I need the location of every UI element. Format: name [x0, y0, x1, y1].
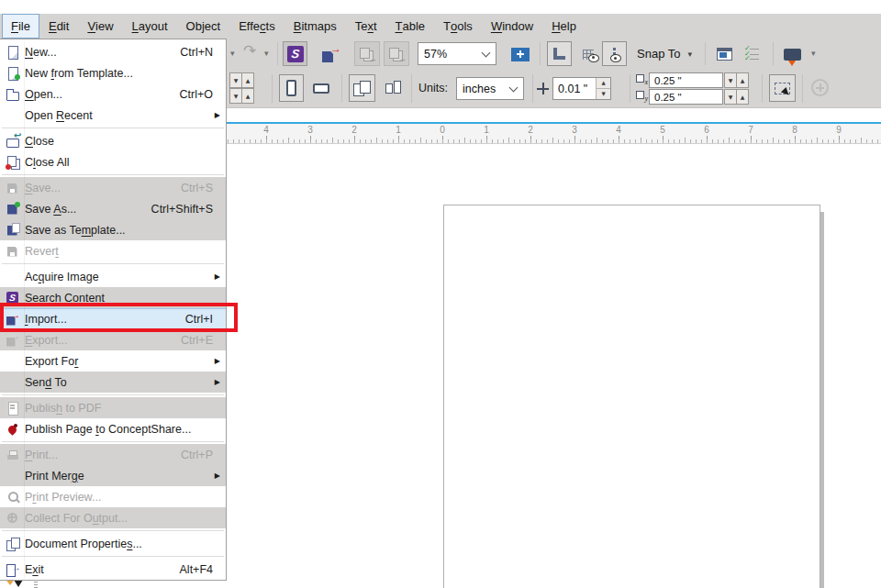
duplicate-distance-y-field[interactable]: 0.25 " — [649, 89, 723, 105]
nudge-spin-up[interactable]: ▲ — [597, 78, 610, 89]
units-dropdown-arrow-icon[interactable] — [509, 83, 519, 92]
ruler-number: 5 — [660, 125, 665, 135]
duplicate-x-spin-up[interactable]: ▲ — [736, 72, 749, 88]
grid-icon — [583, 50, 594, 60]
redo-button[interactable] — [243, 43, 256, 59]
menu-item-print-merge[interactable]: Print Merge — [0, 465, 226, 486]
duplicate-y-spin-up[interactable]: ▲ — [736, 89, 749, 105]
menu-item-open-recent[interactable]: Open Recent — [0, 105, 226, 126]
ruler-tick — [354, 136, 355, 143]
menu-item-label: Export... — [25, 334, 68, 347]
zoom-level-combobox[interactable]: 57% — [418, 42, 496, 65]
menu-item-new-from-template[interactable]: New from Template... — [0, 62, 226, 83]
page-width-spin-down[interactable]: ▼ — [229, 72, 242, 88]
menubar-item-help[interactable]: Help — [542, 14, 585, 39]
menu-item-label: Publish to PDF — [25, 402, 101, 415]
page-width-spin-up[interactable]: ▲ — [241, 72, 254, 88]
ruler-tick — [729, 138, 730, 143]
ruler-number: 1 — [484, 125, 489, 135]
menubar-item-window[interactable]: Window — [482, 14, 542, 39]
menu-item-label: Acquire Image — [25, 271, 99, 283]
customize-button[interactable] — [740, 43, 764, 65]
toolbar-separator — [532, 74, 533, 103]
app-window: FileEditViewLayoutObjectEffectsBitmapsTe… — [0, 0, 881, 588]
show-rulers-button[interactable] — [547, 41, 572, 66]
corel-connect-button[interactable] — [283, 41, 307, 66]
save-icon — [6, 181, 20, 195]
menubar-item-file[interactable]: File — [2, 14, 39, 39]
undo-dropdown-arrow[interactable] — [230, 50, 235, 58]
portrait-button[interactable] — [279, 74, 304, 102]
menu-item-save-as[interactable]: Save As...Ctrl+Shift+S — [0, 198, 226, 219]
menu-item-publish-page-to-conceptshare[interactable]: Publish Page to ConceptShare... — [0, 418, 226, 439]
page-height-spin-up[interactable]: ▲ — [241, 88, 254, 104]
full-screen-preview-button[interactable] — [508, 43, 532, 65]
menu-item-close[interactable]: Close — [0, 130, 226, 151]
menubar-item-table[interactable]: Table — [386, 14, 435, 39]
ruler-tick — [641, 138, 641, 143]
duplicate-x-spin-down[interactable]: ▼ — [724, 72, 737, 88]
application-launcher-button[interactable] — [780, 43, 804, 65]
menu-item-acquire-image[interactable]: Acquire Image — [0, 266, 226, 287]
ruler-tick — [552, 138, 553, 143]
treat-as-filled-button[interactable] — [769, 74, 796, 102]
quick-customize-button[interactable] — [811, 79, 829, 96]
menu-item-print-preview[interactable]: Print Preview... — [0, 486, 226, 507]
duplicate-distance-x-field[interactable]: 0.25 " — [649, 72, 723, 88]
menubar-item-edit[interactable]: Edit — [39, 14, 78, 39]
all-pages-icon — [385, 82, 402, 94]
menu-item-exit[interactable]: ExitAlt+F4 — [0, 559, 226, 580]
submenu-arrow-icon — [215, 272, 220, 281]
menu-item-export-for[interactable]: Export For — [0, 350, 226, 372]
menu-item-collect-for-output[interactable]: Collect For Output... — [0, 507, 226, 528]
menubar-item-text[interactable]: Text — [346, 14, 386, 39]
menubar-item-object[interactable]: Object — [177, 14, 230, 39]
menu-item-save-as-template[interactable]: Save as Template... — [0, 219, 226, 240]
menu-item-print[interactable]: Print...Ctrl+P — [0, 444, 226, 465]
application-launcher-icon — [784, 49, 801, 61]
menu-item-import[interactable]: Import...Ctrl+I — [0, 308, 226, 329]
menu-item-document-properties[interactable]: Document Properties... — [0, 533, 226, 554]
ruler-tick — [861, 138, 862, 143]
submenu-arrow-icon — [215, 111, 220, 119]
current-page-button[interactable] — [349, 74, 375, 102]
menubar-item-tools[interactable]: Tools — [434, 14, 482, 39]
corel-connect-icon — [287, 46, 304, 62]
zoom-dropdown-arrow-icon[interactable] — [482, 48, 491, 57]
nudge-distance-field[interactable]: 0.01 " ▲▼ — [552, 77, 611, 100]
menu-item-new[interactable]: New...Ctrl+N — [0, 41, 226, 62]
menubar-item-bitmaps[interactable]: Bitmaps — [284, 14, 346, 39]
menu-item-label: Open... — [25, 88, 62, 101]
menu-item-publish-to-pdf[interactable]: Publish to PDF — [0, 397, 226, 418]
menu-item-close-all[interactable]: Close All — [0, 151, 226, 172]
page[interactable] — [443, 205, 820, 588]
redo-dropdown-arrow[interactable] — [264, 50, 269, 58]
toolbar-separator — [411, 74, 412, 103]
duplicate-y-spin-down[interactable]: ▼ — [724, 89, 737, 105]
application-launcher-arrow[interactable] — [811, 50, 816, 58]
menu-item-label: Print Merge — [25, 470, 84, 483]
toolbar-separator — [802, 74, 803, 103]
menu-item-open[interactable]: Open...Ctrl+O — [0, 83, 226, 105]
toolbar-separator — [773, 42, 774, 65]
snap-to-dropdown[interactable]: Snap To — [637, 39, 692, 69]
menu-item-revert[interactable]: Revert — [0, 240, 226, 261]
menu-item-save[interactable]: Save...Ctrl+S — [0, 177, 226, 198]
show-grid-button[interactable] — [576, 42, 600, 66]
show-guidelines-button[interactable] — [602, 41, 627, 66]
menu-item-label: Revert — [25, 245, 59, 258]
menu-item-export[interactable]: Export...Ctrl+E — [0, 329, 226, 350]
page-height-spin-down[interactable]: ▼ — [229, 88, 242, 104]
import-button[interactable] — [318, 42, 344, 66]
save-as-icon — [6, 202, 20, 216]
menu-item-send-to[interactable]: Send To — [0, 372, 226, 393]
menu-item-search-content[interactable]: Search Content — [0, 287, 226, 308]
menubar-item-layout[interactable]: Layout — [123, 14, 177, 39]
all-pages-button[interactable] — [380, 74, 407, 102]
landscape-button[interactable] — [308, 74, 333, 102]
units-combobox[interactable]: inches — [456, 77, 524, 100]
options-button[interactable] — [712, 43, 736, 65]
menubar-item-effects[interactable]: Effects — [229, 14, 284, 39]
menubar-item-view[interactable]: View — [78, 14, 122, 39]
nudge-spin-down[interactable]: ▼ — [597, 89, 610, 99]
